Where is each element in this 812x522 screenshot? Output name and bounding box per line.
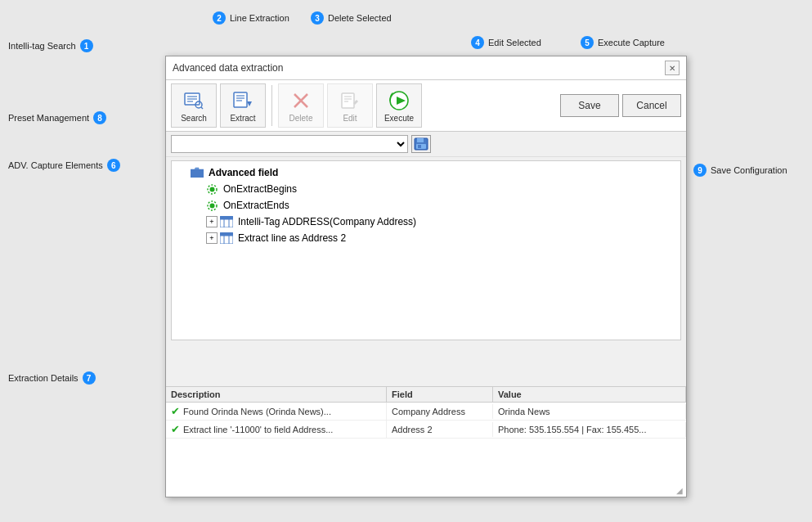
resize-handle[interactable]: ◢ (676, 486, 683, 495)
col-header-description: Description (166, 387, 387, 402)
dialog-titlebar: Advanced data extraction ✕ (166, 56, 686, 80)
annotation-8-badge: 8 (93, 111, 106, 124)
search-icon (182, 89, 205, 112)
annotation-4-label: Edit Selected (488, 38, 541, 47)
svg-rect-22 (418, 145, 421, 148)
search-button[interactable]: Search (171, 83, 217, 128)
delete-button[interactable]: Delete (278, 83, 324, 128)
annotation-2-label: Line Extraction (230, 13, 289, 23)
edit-button-label: Edit (343, 114, 357, 123)
check-icon-1: ✔ (171, 405, 180, 417)
tree-node-intellitag-address[interactable]: + Intelli-Tag ADDRESS(Company Address) (175, 214, 677, 230)
details-header: Description Field Value (166, 387, 686, 403)
annotation-3-label: Delete Selected (328, 13, 392, 23)
table-blue-icon-4 (220, 232, 233, 245)
col-header-value: Value (493, 387, 686, 402)
config-row (166, 132, 686, 157)
details-row-1[interactable]: ✔ Found Orinda News (Orinda News)... Com… (166, 403, 686, 421)
annotation-7-badge: 7 (83, 371, 96, 385)
svg-point-25 (209, 203, 214, 208)
svg-line-5 (201, 107, 203, 109)
annotation-4: 4 Edit Selected (471, 36, 541, 49)
annotation-6-label: ADV. Capture Elements (8, 160, 103, 170)
advanced-data-extraction-dialog: Advanced data extraction ✕ Search (165, 56, 687, 497)
search-button-label: Search (181, 114, 207, 123)
annotation-3: 3 Delete Selected (311, 11, 392, 25)
folder-blue-icon (191, 166, 204, 179)
annotation-5: 5 Execute Capture (581, 36, 665, 49)
tree-node-extract-line-address2[interactable]: + Extract line as Address 2 (175, 230, 677, 246)
svg-rect-6 (234, 92, 247, 107)
details-cell-desc-2: ✔ Extract line '-11000' to field Address… (166, 421, 387, 438)
tree-area: Advanced field OnExtractBegins OnE (171, 160, 681, 340)
svg-rect-36 (220, 232, 233, 236)
floppy-icon (414, 137, 428, 151)
gear-green-icon-2 (205, 199, 218, 212)
check-icon-2: ✔ (171, 423, 180, 435)
annotation-2: 2 Line Extraction (213, 11, 289, 25)
execute-button[interactable]: Execute (376, 83, 422, 128)
save-button-label: Save (578, 100, 600, 111)
config-save-button[interactable] (411, 135, 431, 153)
tree-node-label-4: Extract line as Address 2 (236, 232, 346, 244)
preset-dropdown[interactable] (171, 135, 408, 153)
save-button[interactable]: Save (560, 94, 619, 117)
annotation-8-label: Preset Management (8, 113, 89, 123)
svg-rect-13 (342, 93, 354, 108)
dialog-close-button[interactable]: ✕ (665, 61, 680, 75)
annotation-6-badge: 6 (107, 159, 120, 172)
delete-icon (289, 89, 312, 112)
tree-node-onextractbegins[interactable]: OnExtractBegins (175, 181, 677, 197)
cancel-button-label: Cancel (636, 100, 666, 111)
details-cell-value-2: Phone: 535.155.554 | Fax: 155.455... (493, 422, 686, 437)
execute-icon (388, 89, 410, 112)
svg-rect-31 (220, 216, 233, 219)
execute-button-label: Execute (384, 114, 414, 123)
details-cell-field-1: Company Address (387, 404, 493, 419)
extraction-details-panel: Description Field Value ✔ Found Orinda N… (166, 386, 686, 497)
toolbar-separator-1 (271, 85, 272, 126)
svg-marker-10 (247, 101, 252, 106)
edit-button[interactable]: Edit (327, 83, 373, 128)
annotation-5-badge: 5 (581, 36, 594, 49)
dialog-title: Advanced data extraction (173, 62, 283, 74)
details-row-2[interactable]: ✔ Extract line '-11000' to field Address… (166, 421, 686, 439)
annotation-9-badge: 9 (693, 164, 707, 177)
annotation-1: Intelli-tag Search 1 (8, 39, 93, 52)
delete-button-label: Delete (289, 114, 313, 123)
table-blue-icon-3 (220, 215, 233, 228)
annotation-3-badge: 3 (311, 11, 324, 25)
dialog-action-buttons: Save Cancel (560, 94, 681, 117)
extract-button-label: Extract (230, 114, 255, 123)
annotation-6: ADV. Capture Elements 6 (8, 159, 120, 172)
svg-point-23 (209, 187, 214, 191)
annotation-4-badge: 4 (471, 36, 484, 49)
tree-node-label-2: OnExtractEnds (221, 200, 289, 211)
tree-node-label-0: Advanced field (206, 167, 278, 178)
details-cell-value-1: Orinda News (493, 404, 686, 419)
details-cell-field-2: Address 2 (387, 422, 493, 437)
tree-node-label-1: OnExtractBegins (221, 183, 297, 195)
annotation-5-label: Execute Capture (598, 38, 665, 47)
edit-icon (339, 89, 361, 112)
tree-node-onextractends[interactable]: OnExtractEnds (175, 197, 677, 214)
annotation-1-label: Intelli-tag Search (8, 41, 76, 51)
tree-node-advanced-field[interactable]: Advanced field (175, 164, 677, 181)
annotation-9: 9 Save Configuration (693, 164, 787, 177)
extract-icon (231, 89, 254, 112)
annotation-1-badge: 1 (80, 39, 93, 52)
annotation-7-label: Extraction Details (8, 373, 79, 383)
gear-green-icon-1 (205, 182, 218, 196)
annotation-8: Preset Management 8 (8, 111, 106, 124)
extract-button[interactable]: Extract (220, 83, 266, 128)
expand-3[interactable]: + (206, 216, 218, 227)
cancel-button[interactable]: Cancel (622, 94, 681, 117)
annotation-9-label: Save Configuration (711, 165, 787, 175)
annotation-7: Extraction Details 7 (8, 371, 96, 385)
col-header-field: Field (387, 387, 493, 402)
annotation-2-badge: 2 (213, 11, 226, 25)
svg-rect-20 (417, 138, 424, 142)
details-cell-desc-1: ✔ Found Orinda News (Orinda News)... (166, 403, 387, 420)
expand-4[interactable]: + (206, 232, 218, 244)
dialog-toolbar: Search Extract (166, 80, 686, 132)
